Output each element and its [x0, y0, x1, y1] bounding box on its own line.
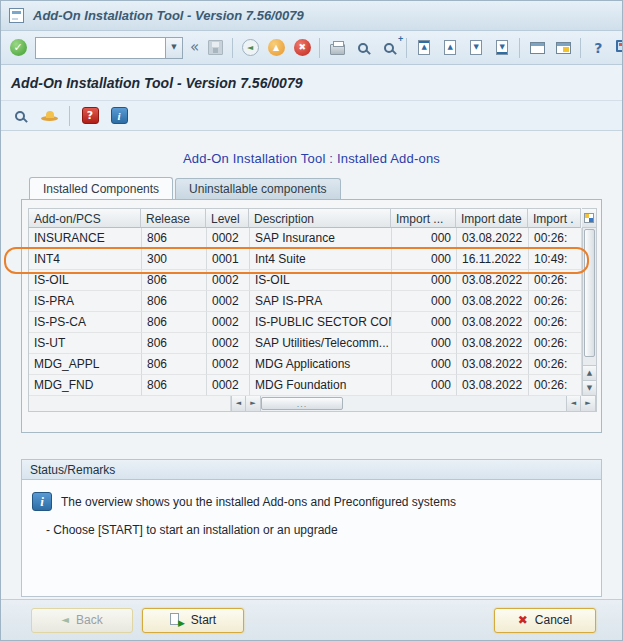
table-cell[interactable]: 00:26:	[529, 270, 582, 291]
table-cell[interactable]: INT4	[29, 249, 142, 270]
table-cell[interactable]: 03.08.2022	[457, 375, 529, 396]
table-cell[interactable]: IS-OIL	[29, 270, 142, 291]
back-button[interactable]: ◄	[238, 36, 262, 60]
command-dropdown-button[interactable]: ▼	[165, 38, 182, 58]
table-cell[interactable]: 806	[142, 375, 207, 396]
table-cell[interactable]: 00:26:	[529, 228, 582, 249]
print-button[interactable]	[325, 36, 349, 60]
layout-config-button[interactable]	[582, 208, 597, 228]
table-cell[interactable]: 806	[142, 270, 207, 291]
column-header[interactable]: Release	[141, 208, 206, 228]
scroll-right-button[interactable]: ►	[246, 396, 261, 411]
table-cell[interactable]: 000	[392, 375, 457, 396]
create-shortcut-button[interactable]	[551, 36, 575, 60]
column-header[interactable]: Import ...	[391, 208, 456, 228]
table-cell[interactable]: 10:49:	[529, 249, 582, 270]
table-cell[interactable]: MDG_APPL	[29, 354, 142, 375]
table-cell[interactable]: MDG Foundation	[250, 375, 392, 396]
table-cell[interactable]: 000	[392, 291, 457, 312]
table-cell[interactable]: 000	[392, 312, 457, 333]
table-row[interactable]: IS-PRA8060002SAP IS-PRA00003.08.202200:2…	[29, 291, 582, 312]
column-header[interactable]: Add-on/PCS	[28, 208, 141, 228]
table-cell[interactable]: 16.11.2022	[457, 249, 529, 270]
customize-layout-button[interactable]	[612, 36, 623, 60]
table-cell[interactable]: SAP Insurance	[250, 228, 392, 249]
table-cell[interactable]: INSURANCE	[29, 228, 142, 249]
tab-uninstallable-components[interactable]: Uninstallable components	[175, 178, 340, 199]
table-cell[interactable]: SAP Utilities/Telecomm...	[250, 333, 392, 354]
table-cell[interactable]: 000	[392, 333, 457, 354]
page-down-button[interactable]: ▼	[464, 36, 488, 60]
table-cell[interactable]: 00:26:	[529, 375, 582, 396]
column-header[interactable]: Import .	[528, 208, 581, 228]
table-cell[interactable]: 0002	[207, 228, 250, 249]
table-cell[interactable]: IS-PS-CA	[29, 312, 142, 333]
scroll-up-button[interactable]: ▲	[583, 365, 596, 380]
table-cell[interactable]: 00:26:	[529, 312, 582, 333]
table-cell[interactable]: IS-OIL	[250, 270, 392, 291]
cancel-transaction-button[interactable]: ✖	[290, 36, 314, 60]
table-cell[interactable]: 000	[392, 249, 457, 270]
table-cell[interactable]: 806	[142, 333, 207, 354]
find-next-button[interactable]: +	[377, 36, 401, 60]
verify-button[interactable]	[37, 104, 61, 128]
enter-button[interactable]: ✓	[6, 36, 30, 60]
column-header[interactable]: Description	[249, 208, 391, 228]
page-up-button[interactable]: ▲	[438, 36, 462, 60]
table-row[interactable]: IS-PS-CA8060002IS-PUBLIC SECTOR CON...00…	[29, 312, 582, 333]
table-row[interactable]: IS-OIL8060002IS-OIL00003.08.202200:26:	[29, 270, 582, 291]
table-cell[interactable]: 806	[142, 291, 207, 312]
find-button[interactable]	[351, 36, 375, 60]
table-cell[interactable]: MDG_FND	[29, 375, 142, 396]
command-input[interactable]	[36, 38, 165, 58]
cancel-button[interactable]: ✖ Cancel	[494, 608, 596, 633]
collapse-chevrons-icon[interactable]: «	[190, 40, 199, 55]
column-header[interactable]: Level	[206, 208, 249, 228]
table-cell[interactable]: MDG Applications	[250, 354, 392, 375]
table-cell[interactable]: 03.08.2022	[457, 228, 529, 249]
table-cell[interactable]: 0002	[207, 333, 250, 354]
table-row[interactable]: INT43000001Int4 Suite00016.11.202210:49:	[29, 249, 582, 270]
last-page-button[interactable]: ▼	[490, 36, 514, 60]
table-cell[interactable]: 00:26:	[529, 333, 582, 354]
help-button[interactable]: ?	[586, 36, 610, 60]
table-cell[interactable]: 000	[392, 270, 457, 291]
table-cell[interactable]: IS-UT	[29, 333, 142, 354]
table-cell[interactable]: 806	[142, 354, 207, 375]
table-cell[interactable]: 0002	[207, 375, 250, 396]
table-cell[interactable]: 00:26:	[529, 291, 582, 312]
table-cell[interactable]: 300	[142, 249, 207, 270]
table-cell[interactable]: 806	[142, 312, 207, 333]
scroll-left-button-2[interactable]: ◄	[566, 396, 581, 411]
start-button[interactable]: ▶ Start	[142, 608, 244, 633]
table-cell[interactable]: SAP IS-PRA	[250, 291, 392, 312]
table-cell[interactable]: 03.08.2022	[457, 333, 529, 354]
table-cell[interactable]: 00:26:	[529, 354, 582, 375]
info-button[interactable]: i	[107, 104, 131, 128]
table-cell[interactable]: 806	[142, 228, 207, 249]
vertical-scroll-track[interactable]	[583, 358, 596, 365]
tab-installed-components[interactable]: Installed Components	[29, 177, 173, 199]
scroll-down-button[interactable]: ▼	[583, 380, 596, 395]
table-cell[interactable]: IS-PUBLIC SECTOR CON...	[250, 312, 392, 333]
table-cell[interactable]: 03.08.2022	[457, 291, 529, 312]
table-cell[interactable]: IS-PRA	[29, 291, 142, 312]
scroll-left-button[interactable]: ◄	[231, 396, 246, 411]
table-cell[interactable]: 0002	[207, 270, 250, 291]
table-cell[interactable]: 0002	[207, 354, 250, 375]
question-button[interactable]: ?	[78, 104, 102, 128]
scroll-right-button-2[interactable]: ►	[581, 396, 596, 411]
table-cell[interactable]: 0002	[207, 312, 250, 333]
table-row[interactable]: INSURANCE8060002SAP Insurance00003.08.20…	[29, 228, 582, 249]
search-button[interactable]	[8, 104, 32, 128]
table-row[interactable]: IS-UT8060002SAP Utilities/Telecomm...000…	[29, 333, 582, 354]
column-header[interactable]: Import date	[456, 208, 528, 228]
table-row[interactable]: MDG_FND8060002MDG Foundation00003.08.202…	[29, 375, 582, 396]
horizontal-scrollbar[interactable]: ◄ ► ... ◄ ►	[28, 396, 597, 412]
vertical-scrollbar[interactable]: ▲ ▼	[582, 228, 597, 396]
new-session-button[interactable]	[525, 36, 549, 60]
table-cell[interactable]: 0002	[207, 291, 250, 312]
first-page-button[interactable]: ▲	[412, 36, 436, 60]
table-row[interactable]: MDG_APPL8060002MDG Applications00003.08.…	[29, 354, 582, 375]
back-button-footer[interactable]: ◄ Back	[31, 608, 133, 633]
